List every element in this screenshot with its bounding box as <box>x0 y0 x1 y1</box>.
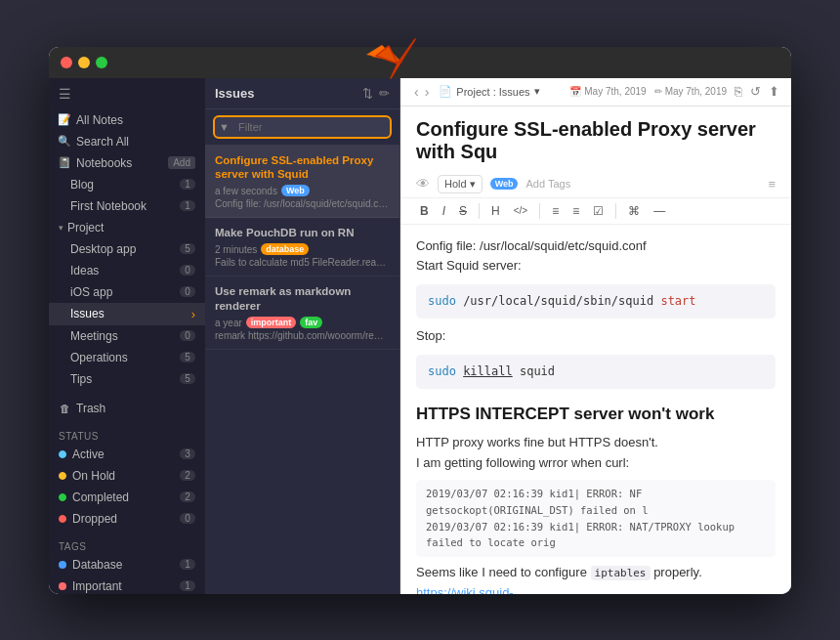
onhold-count: 2 <box>180 470 195 481</box>
sidebar-item-search[interactable]: 🔍 Search All <box>49 131 205 152</box>
sidebar-item-issues[interactable]: Issues › <box>49 303 205 325</box>
sidebar-item-database[interactable]: Database 1 <box>49 554 205 576</box>
checklist-button[interactable]: ☑ <box>589 202 608 220</box>
bold-button[interactable]: B <box>416 202 433 220</box>
sidebar-item-dropped[interactable]: Dropped 0 <box>49 508 205 530</box>
unordered-list-button[interactable]: ≡ <box>548 202 563 220</box>
link[interactable]: https://wiki.squid-cache.org/ConfigExamp… <box>416 585 682 593</box>
para3-end-text: properly. <box>653 565 702 579</box>
note-time: 2 minutes <box>215 244 257 255</box>
sidebar-item-ideas[interactable]: Ideas 0 <box>49 260 205 281</box>
italic-button[interactable]: I <box>439 202 449 220</box>
align-icon[interactable]: ≡ <box>768 177 776 192</box>
note-item[interactable]: Make PouchDB run on RN 2 minutes databas… <box>205 218 399 277</box>
error-block: 2019/03/07 02:16:39 kid1| ERROR: NF gets… <box>416 480 776 557</box>
format-toolbar: B I S H </> ≡ ≡ ☑ ⌘ — <box>400 198 791 225</box>
sidebar-item-active[interactable]: Active 3 <box>49 444 205 465</box>
strikethrough-button[interactable]: S <box>455 202 471 220</box>
code-button[interactable]: </> <box>510 203 531 218</box>
add-notebook-button[interactable]: Add <box>168 156 195 169</box>
more-button[interactable]: — <box>650 202 669 220</box>
para2-text: I am getting following wrror when curl: <box>416 455 629 470</box>
breadcrumb-dropdown-icon[interactable]: ▾ <box>534 85 540 98</box>
minimize-button[interactable] <box>78 57 90 68</box>
editor: ‹ › 📄 Project : Issues ▾ 📅 May 7th, 2019… <box>400 78 791 594</box>
note-item[interactable]: Use remark as markdown renderer a year i… <box>205 277 399 350</box>
sidebar-item-completed[interactable]: Completed 2 <box>49 487 205 508</box>
notebook-icon: 📓 <box>59 157 70 169</box>
note-excerpt: Fails to calculate md5 FileReader.readAs… <box>215 257 390 268</box>
filter-bar: ▼ <box>205 109 399 146</box>
dropped-label: Dropped <box>72 512 117 526</box>
sidebar-item-tips[interactable]: Tips 5 <box>49 368 205 390</box>
meetings-count: 0 <box>180 330 195 341</box>
note-time: a year <box>215 318 242 328</box>
link-para[interactable]: https://wiki.squid-cache.org/ConfigExamp… <box>416 583 776 593</box>
maximize-button[interactable] <box>96 57 107 68</box>
sidebar-item-operations[interactable]: Operations 5 <box>49 347 205 368</box>
editor-web-tag[interactable]: Web <box>490 178 519 190</box>
dropped-dot <box>59 515 66 523</box>
para1: HTTP proxy works fine but HTTPS doesn't.… <box>416 433 776 474</box>
important-count: 1 <box>180 580 195 591</box>
created-date-text: May 7th, 2019 <box>584 86 646 97</box>
sidebar-item-trash[interactable]: 🗑 Trash <box>49 398 205 419</box>
note-meta: 2 minutes database <box>215 243 390 255</box>
sidebar-item-meetings[interactable]: Meetings 0 <box>49 325 205 347</box>
body-line1: Config file: /usr/local/squid/etc/squid.… <box>416 238 647 253</box>
filter-input[interactable] <box>213 115 392 139</box>
tips-label: Tips <box>70 372 92 386</box>
sort-icon[interactable]: ⇅ <box>362 86 373 101</box>
editor-meta: 📅 May 7th, 2019 ✏ May 7th, 2019 <box>569 86 727 97</box>
sidebar-group-project[interactable]: ▾ Project <box>49 217 205 238</box>
issues-arrow-icon: › <box>191 307 195 321</box>
sidebar-item-all-notes[interactable]: 📝 All Notes <box>49 109 205 131</box>
hold-label: Hold <box>444 178 467 190</box>
history-icon[interactable]: ↺ <box>750 84 761 99</box>
nav-arrows: ‹ › <box>412 84 431 100</box>
note-meta: a few seconds Web <box>215 185 390 196</box>
eye-icon[interactable]: 👁 <box>416 176 430 192</box>
note-item[interactable]: Configure SSL-enabled Proxy server with … <box>205 146 399 219</box>
modified-date-text: May 7th, 2019 <box>665 86 727 97</box>
note-excerpt: Config file: /usr/local/squid/etc/squid.… <box>215 198 390 209</box>
sidebar-item-blog[interactable]: Blog 1 <box>49 174 205 195</box>
new-note-icon[interactable]: ✏ <box>379 86 390 101</box>
add-tags-button[interactable]: Add Tags <box>525 178 570 190</box>
para3-text: Seems like I need to configure <box>416 565 587 579</box>
sidebar-item-important[interactable]: Important 1 <box>49 576 205 594</box>
active-label: Active <box>72 448 105 461</box>
heading-button[interactable]: H <box>487 202 504 220</box>
editor-body[interactable]: Config file: /usr/local/squid/etc/squid.… <box>400 225 791 594</box>
note-title: Use remark as markdown renderer <box>215 284 390 314</box>
sidebar-header: ☰ <box>49 78 205 109</box>
sidebar-item-desktop-app[interactable]: Desktop app 5 <box>49 238 205 260</box>
copy-icon[interactable]: ⎘ <box>735 84 742 99</box>
note-meta: a year important fav <box>215 317 390 328</box>
note-tag: database <box>261 243 309 255</box>
sidebar-item-ios-app[interactable]: iOS app 0 <box>49 281 205 303</box>
error1: 2019/03/07 02:16:39 kid1| ERROR: NF gets… <box>426 486 766 519</box>
onhold-dot <box>59 472 66 480</box>
main-content: ☰ 📝 All Notes 🔍 Search All 📓 Notebooks A… <box>49 78 791 594</box>
link-button[interactable]: ⌘ <box>624 202 644 220</box>
note-title: Configure SSL-enabled Proxy server with … <box>215 153 390 183</box>
created-date: 📅 May 7th, 2019 <box>569 86 646 97</box>
nav-back-button[interactable]: ‹ <box>412 84 421 100</box>
sidebar-item-first-notebook[interactable]: First Notebook 1 <box>49 195 205 217</box>
desktop-app-count: 5 <box>180 243 195 254</box>
breadcrumb-icon: 📄 <box>439 85 452 98</box>
hold-dropdown[interactable]: Hold ▾ <box>438 175 483 193</box>
nav-forward-button[interactable]: › <box>423 84 432 100</box>
note-time: a few seconds <box>215 186 277 196</box>
tags-label: Tags <box>59 541 86 552</box>
sidebar-item-onhold[interactable]: On Hold 2 <box>49 465 205 487</box>
ordered-list-button[interactable]: ≡ <box>568 202 583 220</box>
toolbar-separator2 <box>539 203 540 219</box>
close-button[interactable] <box>61 57 72 68</box>
share-icon[interactable]: ⬆ <box>769 84 779 99</box>
first-notebook-label: First Notebook <box>70 199 147 213</box>
completed-count: 2 <box>180 491 195 502</box>
note-title-heading: Configure SSL-enabled Proxy server with … <box>400 107 791 171</box>
sidebar-item-notebooks[interactable]: 📓 Notebooks Add <box>49 152 205 174</box>
